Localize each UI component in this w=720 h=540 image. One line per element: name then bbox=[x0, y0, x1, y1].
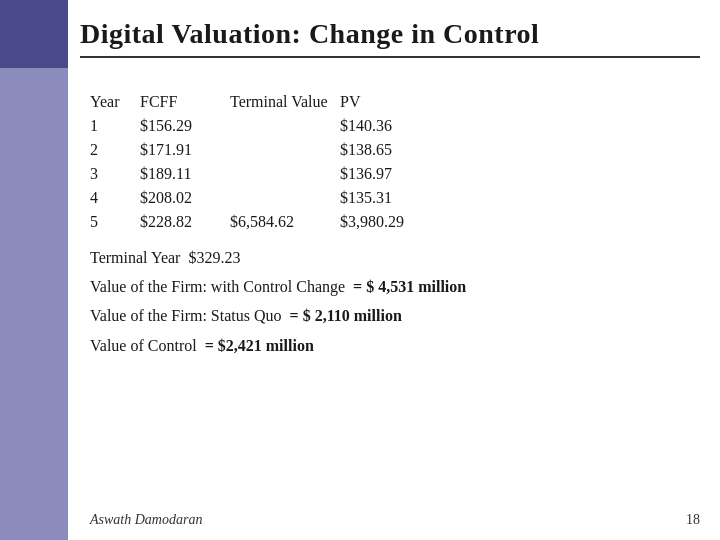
sidebar-top bbox=[0, 0, 68, 68]
cell-fcff-2: $171.91 bbox=[140, 138, 230, 162]
cell-year-1: 1 bbox=[90, 114, 140, 138]
firm-control-label: Value of the Firm: with Control Change bbox=[90, 273, 345, 300]
header-fcff: FCFF bbox=[140, 90, 230, 114]
table-row: 4 $208.02 $135.31 bbox=[90, 186, 440, 210]
title-underline bbox=[80, 56, 700, 58]
cell-year-3: 3 bbox=[90, 162, 140, 186]
cell-tv-2 bbox=[230, 138, 340, 162]
cell-fcff-5: $228.82 bbox=[140, 210, 230, 234]
cell-fcff-3: $189.11 bbox=[140, 162, 230, 186]
table-row: 1 $156.29 $140.36 bbox=[90, 114, 440, 138]
terminal-year-line: Terminal Year $329.23 bbox=[90, 244, 700, 271]
cell-tv-4 bbox=[230, 186, 340, 210]
control-value-label: Value of Control bbox=[90, 332, 197, 359]
firm-status-quo-label: Value of the Firm: Status Quo bbox=[90, 302, 282, 329]
cell-pv-1: $140.36 bbox=[340, 114, 440, 138]
header-terminal-value: Terminal Value bbox=[230, 90, 340, 114]
firm-control-line: Value of the Firm: with Control Change =… bbox=[90, 273, 700, 300]
control-value-line: Value of Control = $2,421 million bbox=[90, 332, 700, 359]
footer-page-number: 18 bbox=[686, 512, 700, 528]
page-container: Digital Valuation: Change in Control Yea… bbox=[0, 0, 720, 540]
table-section: Year FCFF Terminal Value PV 1 $156.29 $1… bbox=[90, 90, 700, 234]
page-title: Digital Valuation: Change in Control bbox=[80, 18, 700, 50]
sidebar-bottom bbox=[0, 488, 68, 540]
table-row: 5 $228.82 $6,584.62 $3,980.29 bbox=[90, 210, 440, 234]
cell-pv-3: $136.97 bbox=[340, 162, 440, 186]
header-pv: PV bbox=[340, 90, 440, 114]
cell-pv-5: $3,980.29 bbox=[340, 210, 440, 234]
table-row: 2 $171.91 $138.65 bbox=[90, 138, 440, 162]
cell-fcff-4: $208.02 bbox=[140, 186, 230, 210]
footer: Aswath Damodaran 18 bbox=[90, 512, 700, 528]
valuation-table: Year FCFF Terminal Value PV 1 $156.29 $1… bbox=[90, 90, 440, 234]
firm-status-quo-line: Value of the Firm: Status Quo = $ 2,110 … bbox=[90, 302, 700, 329]
cell-year-2: 2 bbox=[90, 138, 140, 162]
cell-pv-4: $135.31 bbox=[340, 186, 440, 210]
cell-pv-2: $138.65 bbox=[340, 138, 440, 162]
sidebar-middle bbox=[0, 68, 68, 488]
terminal-year-value: $329.23 bbox=[188, 244, 240, 271]
firm-control-value: = $ 4,531 million bbox=[353, 273, 466, 300]
cell-tv-5: $6,584.62 bbox=[230, 210, 340, 234]
title-area: Digital Valuation: Change in Control bbox=[80, 18, 700, 58]
cell-fcff-1: $156.29 bbox=[140, 114, 230, 138]
cell-tv-3 bbox=[230, 162, 340, 186]
header-year: Year bbox=[90, 90, 140, 114]
table-row: 3 $189.11 $136.97 bbox=[90, 162, 440, 186]
footer-author: Aswath Damodaran bbox=[90, 512, 202, 528]
cell-year-5: 5 bbox=[90, 210, 140, 234]
control-value-value: = $2,421 million bbox=[205, 332, 314, 359]
summary-section: Terminal Year $329.23 Value of the Firm:… bbox=[90, 244, 700, 359]
cell-year-4: 4 bbox=[90, 186, 140, 210]
table-header-row: Year FCFF Terminal Value PV bbox=[90, 90, 440, 114]
content-area: Year FCFF Terminal Value PV 1 $156.29 $1… bbox=[90, 90, 700, 361]
terminal-year-label: Terminal Year bbox=[90, 244, 180, 271]
firm-status-quo-value: = $ 2,110 million bbox=[290, 302, 402, 329]
cell-tv-1 bbox=[230, 114, 340, 138]
